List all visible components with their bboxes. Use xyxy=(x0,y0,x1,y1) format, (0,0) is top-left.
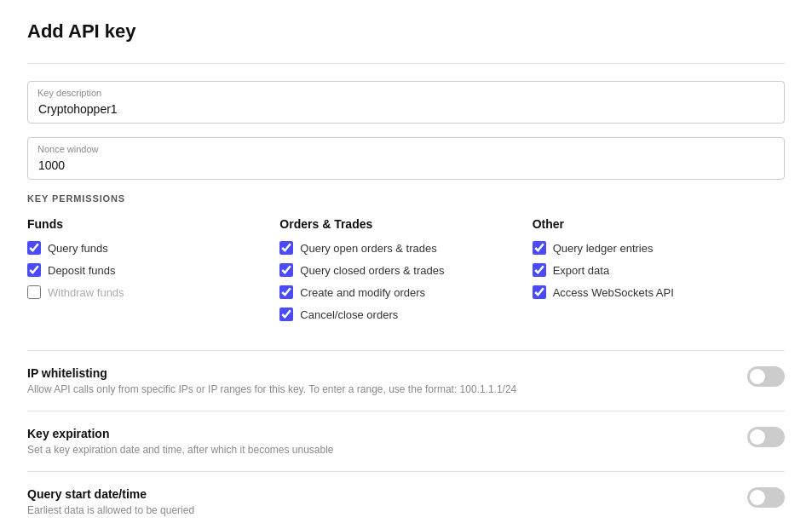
nonce-window-label: Nonce window xyxy=(37,144,99,154)
ip-whitelisting-title: IP whitelisting xyxy=(27,366,516,380)
checkbox-withdraw-funds[interactable] xyxy=(27,285,41,299)
perm-query-open-orders: Query open orders & trades xyxy=(279,241,532,255)
label-deposit-funds: Deposit funds xyxy=(48,264,116,277)
checkbox-deposit-funds[interactable] xyxy=(27,263,41,277)
key-expiration-title: Key expiration xyxy=(27,427,334,440)
other-heading: Other xyxy=(533,217,785,231)
funds-column: Funds Query funds Deposit funds Withdraw… xyxy=(27,217,279,330)
query-start-row: Query start date/time Earliest data is a… xyxy=(27,487,785,516)
label-create-modify-orders: Create and modify orders xyxy=(300,286,425,299)
key-expiration-toggle[interactable] xyxy=(747,427,785,447)
label-query-open-orders: Query open orders & trades xyxy=(300,242,436,255)
query-start-slider xyxy=(747,487,785,508)
checkbox-create-modify-orders[interactable] xyxy=(279,285,293,299)
checkbox-export-data[interactable] xyxy=(533,263,546,277)
key-expiration-slider xyxy=(747,427,785,447)
label-withdraw-funds: Withdraw funds xyxy=(48,286,124,299)
perm-query-funds: Query funds xyxy=(27,241,279,255)
query-start-toggle[interactable] xyxy=(747,487,785,508)
key-description-label: Key description xyxy=(37,88,101,98)
key-expiration-description: Set a key expiration date and time, afte… xyxy=(27,444,334,456)
permissions-section-label: KEY PERMISSIONS xyxy=(27,193,785,204)
key-expiration-row: Key expiration Set a key expiration date… xyxy=(27,427,785,456)
key-expiration-section: Key expiration Set a key expiration date… xyxy=(27,411,785,471)
title-divider xyxy=(27,63,785,64)
query-start-text: Query start date/time Earliest data is a… xyxy=(27,487,194,516)
checkbox-query-open-orders[interactable] xyxy=(279,241,293,255)
nonce-window-group: Nonce window xyxy=(27,137,785,180)
checkbox-query-ledger[interactable] xyxy=(533,241,546,255)
perm-export-data: Export data xyxy=(533,263,785,277)
key-expiration-text: Key expiration Set a key expiration date… xyxy=(27,427,334,456)
page-container: Add API key Key description Nonce window… xyxy=(0,0,812,529)
checkbox-websockets[interactable] xyxy=(533,285,546,299)
nonce-window-input[interactable] xyxy=(27,137,785,180)
query-start-section: Query start date/time Earliest data is a… xyxy=(27,471,785,529)
ip-whitelisting-text: IP whitelisting Allow API calls only fro… xyxy=(27,366,516,395)
label-cancel-orders: Cancel/close orders xyxy=(300,308,398,321)
permissions-grid: Funds Query funds Deposit funds Withdraw… xyxy=(27,217,785,330)
checkbox-cancel-orders[interactable] xyxy=(279,308,293,321)
query-start-title: Query start date/time xyxy=(27,487,194,501)
perm-query-closed-orders: Query closed orders & trades xyxy=(279,263,532,277)
label-websockets: Access WebSockets API xyxy=(553,286,674,299)
label-query-ledger: Query ledger entries xyxy=(553,242,654,255)
ip-whitelisting-description: Allow API calls only from specific IPs o… xyxy=(27,383,516,395)
page-title: Add API key xyxy=(27,20,785,43)
orders-trades-heading: Orders & Trades xyxy=(279,217,532,231)
perm-cancel-orders: Cancel/close orders xyxy=(279,308,532,321)
other-column: Other Query ledger entries Export data A… xyxy=(533,217,785,330)
ip-whitelisting-row: IP whitelisting Allow API calls only fro… xyxy=(27,366,785,395)
perm-websockets: Access WebSockets API xyxy=(533,285,785,299)
query-start-description: Earliest data is allowed to be queried xyxy=(27,504,194,516)
ip-whitelisting-slider xyxy=(747,366,785,387)
funds-heading: Funds xyxy=(27,217,279,231)
perm-create-modify-orders: Create and modify orders xyxy=(279,285,532,299)
checkbox-query-funds[interactable] xyxy=(27,241,41,255)
checkbox-query-closed-orders[interactable] xyxy=(279,263,293,277)
perm-deposit-funds: Deposit funds xyxy=(27,263,279,277)
key-description-group: Key description xyxy=(27,81,785,124)
label-export-data: Export data xyxy=(553,264,610,277)
orders-trades-column: Orders & Trades Query open orders & trad… xyxy=(279,217,532,330)
ip-whitelisting-section: IP whitelisting Allow API calls only fro… xyxy=(27,350,785,411)
label-query-closed-orders: Query closed orders & trades xyxy=(300,264,444,277)
label-query-funds: Query funds xyxy=(48,242,108,255)
key-description-input[interactable] xyxy=(27,81,785,124)
perm-withdraw-funds: Withdraw funds xyxy=(27,285,279,299)
perm-query-ledger: Query ledger entries xyxy=(533,241,785,255)
ip-whitelisting-toggle[interactable] xyxy=(747,366,785,387)
